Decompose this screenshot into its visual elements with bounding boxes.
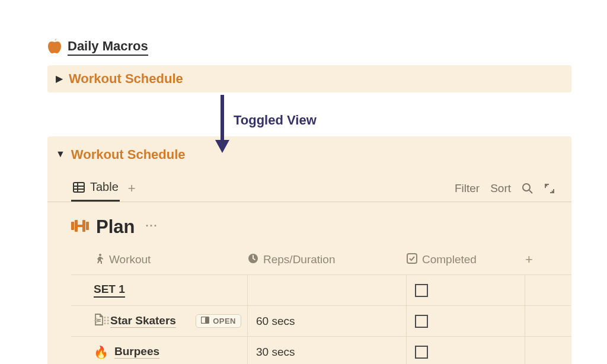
arrow-down-icon	[213, 95, 231, 155]
cell-completed[interactable]	[407, 306, 525, 336]
th-reps-label: Reps/Duration	[263, 253, 335, 266]
expand-icon[interactable]	[544, 183, 555, 194]
person-run-icon	[94, 253, 104, 267]
cell-completed[interactable]	[407, 275, 525, 305]
open-label: OPEN	[213, 317, 236, 325]
view-tabs-row: Table + Filter Sort	[47, 168, 571, 202]
filter-button[interactable]: Filter	[455, 182, 480, 195]
database-title[interactable]: Plan	[96, 216, 135, 238]
toggle-block-collapsed: ▶ Workout Schedule	[47, 65, 571, 92]
table-row[interactable]: SET 1	[71, 274, 571, 305]
column-header-workout[interactable]: Workout	[71, 253, 248, 267]
th-completed-label: Completed	[422, 253, 477, 266]
column-header-reps[interactable]: Reps/Duration	[248, 253, 407, 267]
toggle-header-collapsed[interactable]: ▶ Workout Schedule	[47, 65, 571, 92]
cell-reps[interactable]: 30 secs	[248, 337, 407, 364]
clock-icon	[248, 253, 258, 267]
checkbox[interactable]	[415, 346, 428, 359]
table: Workout Reps/Duration Completed +	[47, 248, 571, 364]
svg-rect-10	[78, 225, 82, 227]
th-workout-label: Workout	[109, 253, 151, 266]
cell-workout[interactable]: 🔥 Burpees	[71, 337, 248, 364]
apple-icon	[47, 38, 62, 56]
svg-rect-15	[407, 254, 417, 263]
svg-rect-9	[75, 220, 78, 232]
table-header-row: Workout Reps/Duration Completed +	[71, 248, 571, 274]
row-title: SET 1	[94, 283, 125, 298]
tab-table[interactable]: Table	[71, 180, 120, 202]
checkbox-column-icon	[407, 253, 417, 267]
open-page-button[interactable]: OPEN	[196, 314, 241, 328]
svg-point-6	[523, 184, 530, 191]
svg-rect-11	[82, 220, 85, 232]
annotation-row: Toggled View	[47, 101, 571, 136]
toggle-expanded-title: Workout Schedule	[71, 147, 186, 162]
toggle-header-expanded[interactable]: ▼ Workout Schedule	[47, 136, 571, 168]
checkbox[interactable]	[415, 315, 428, 328]
tab-label: Table	[90, 180, 119, 194]
column-header-completed[interactable]: Completed	[407, 253, 525, 267]
cell-workout[interactable]: SET 1	[71, 275, 248, 305]
svg-rect-2	[74, 183, 84, 192]
drag-handle-icon[interactable]: ⠿	[103, 315, 110, 328]
toggle-block-expanded: ▼ Workout Schedule Table + Filter S	[47, 136, 571, 364]
cell-reps[interactable]	[248, 275, 407, 305]
view-actions: Filter Sort	[455, 182, 555, 200]
row-handles: + ⠿	[94, 315, 117, 328]
add-view-button[interactable]: +	[128, 181, 136, 201]
row-title: Star Skaters	[110, 314, 176, 328]
dumbbell-icon	[71, 219, 89, 235]
search-icon[interactable]	[522, 183, 533, 194]
daily-macros-link[interactable]: Daily Macros	[47, 38, 571, 59]
checkbox[interactable]	[415, 284, 428, 297]
svg-rect-12	[86, 222, 89, 230]
database-title-row: Plan ···	[47, 202, 571, 248]
daily-macros-title: Daily Macros	[68, 39, 148, 56]
caret-right-icon: ▶	[56, 73, 63, 84]
fire-icon: 🔥	[94, 345, 108, 359]
svg-marker-1	[215, 140, 229, 153]
table-row[interactable]: 🔥 Burpees 30 secs	[71, 336, 571, 364]
database-more-button[interactable]: ···	[142, 220, 158, 232]
sort-button[interactable]: Sort	[490, 182, 511, 195]
row-title: Burpees	[114, 345, 159, 359]
svg-line-7	[529, 190, 532, 193]
annotation-label: Toggled View	[234, 113, 317, 128]
add-column-button[interactable]: +	[525, 252, 554, 267]
open-side-peek-icon	[201, 317, 209, 325]
cell-reps[interactable]: 60 secs	[248, 306, 407, 336]
table-row[interactable]: + ⠿ Star Skaters OPEN 60 secs	[71, 305, 571, 336]
svg-rect-19	[205, 317, 209, 323]
add-row-button[interactable]: +	[94, 315, 100, 327]
table-icon	[72, 181, 85, 194]
cell-completed[interactable]	[407, 337, 525, 364]
svg-rect-8	[71, 222, 74, 230]
svg-point-13	[99, 254, 101, 256]
caret-down-icon: ▼	[56, 149, 65, 159]
toggle-collapsed-title: Workout Schedule	[69, 71, 183, 87]
